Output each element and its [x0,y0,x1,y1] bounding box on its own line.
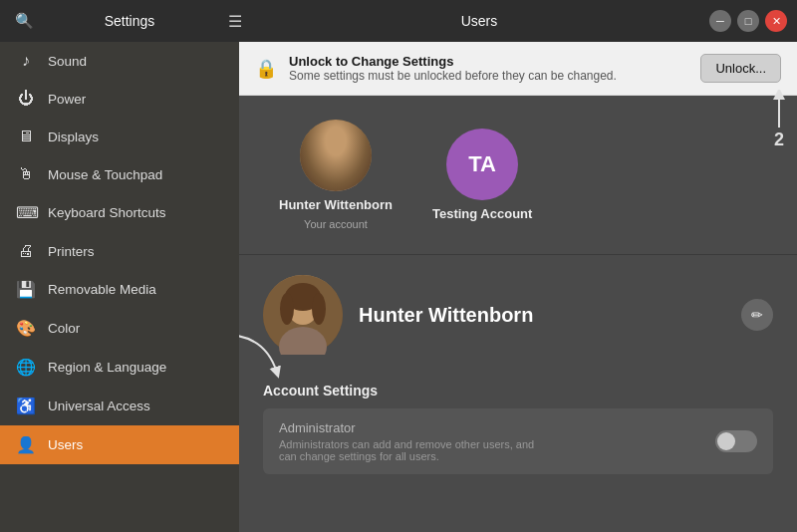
settings-title: Settings [46,13,213,29]
printers-icon: 🖨 [16,242,36,260]
sidebar-item-printers[interactable]: 🖨 Printers [0,232,239,270]
power-icon: ⏻ [16,90,36,108]
edit-profile-button[interactable]: ✏ [741,299,773,331]
keyboard-icon: ⌨ [16,203,36,222]
svg-point-7 [344,135,356,163]
sidebar: ♪ Sound ⏻ Power 🖥 Displays 🖱 Mouse & Tou… [0,42,239,532]
sidebar-item-color[interactable]: 🎨 Color [0,309,239,348]
svg-point-5 [320,128,352,151]
sidebar-item-displays[interactable]: 🖥 Displays [0,118,239,155]
user-sub-hunter: Your account [304,218,368,230]
setting-row-administrator: Administrator Administrators can add and… [263,408,773,474]
annotation-arrow-2: 2 [767,90,791,150]
sidebar-item-keyboard[interactable]: ⌨ Keyboard Shortcuts [0,193,239,232]
user-name-hunter: Hunter Wittenborn [279,197,393,212]
avatar-hunter [300,120,372,191]
lock-icon: 🔒 [255,58,277,80]
setting-desc-admin: Administrators can add and remove other … [279,438,703,462]
account-settings: Account Settings Administrator Administr… [239,383,797,490]
sidebar-item-region[interactable]: 🌐 Region & Language [0,348,239,387]
svg-point-12 [280,293,294,325]
unlock-text: Unlock to Change Settings Some settings … [289,54,688,83]
sidebar-label-access: Universal Access [48,399,150,413]
profile-avatar-wrapper: 1 [263,275,343,355]
sidebar-label-power: Power [48,92,86,107]
avatar-initials-testing: TA [468,151,496,177]
unlock-subtitle: Some settings must be unlocked before th… [289,69,688,83]
administrator-toggle[interactable] [715,430,757,452]
unlock-button[interactable]: Unlock... [700,54,781,83]
sidebar-label-users: Users [48,437,83,452]
sidebar-label-region: Region & Language [48,360,166,375]
sidebar-item-users[interactable]: 👤 Users [0,425,239,464]
svg-point-13 [312,293,326,325]
removable-icon: 💾 [16,280,36,299]
profile-name: Hunter Wittenborn [359,304,725,327]
sidebar-label-displays: Displays [48,130,99,144]
hamburger-icon: ☰ [228,12,242,31]
search-button[interactable]: 🔍 [10,7,38,35]
unlock-title: Unlock to Change Settings [289,54,688,69]
svg-point-3 [322,132,350,163]
window-controls: ─ □ ✕ [709,10,787,32]
svg-point-1 [300,120,372,191]
user-card-hunter[interactable]: Hunter Wittenborn Your account [279,120,393,230]
arrow-up-svg [767,90,791,130]
sidebar-label-mouse: Mouse & Touchpad [48,167,162,182]
title-bar-left: 🔍 Settings ☰ [10,7,249,35]
user-photo-hunter [300,120,372,191]
sidebar-label-sound: Sound [48,54,87,69]
sidebar-label-printers: Printers [48,244,95,259]
sidebar-label-color: Color [48,321,80,336]
arrow-down-right-svg [239,331,287,381]
content-area: 🔒 Unlock to Change Settings Some setting… [239,42,797,532]
displays-icon: 🖥 [16,128,36,145]
unlock-banner: 🔒 Unlock to Change Settings Some setting… [239,42,797,96]
annotation-arrow-1: 1 [239,339,287,385]
svg-point-4 [314,166,358,191]
user-name-testing: Testing Account [432,206,532,221]
setting-label-admin: Administrator [279,420,703,435]
region-icon: 🌐 [16,358,36,377]
sound-icon: ♪ [16,52,36,70]
account-settings-title: Account Settings [263,383,773,399]
sidebar-item-power[interactable]: ⏻ Power [0,80,239,118]
mouse-icon: 🖱 [16,165,36,183]
window-title: Users [249,13,709,29]
close-button[interactable]: ✕ [765,10,787,32]
sidebar-item-removable[interactable]: 💾 Removable Media [0,270,239,309]
sidebar-item-sound[interactable]: ♪ Sound [0,42,239,80]
edit-icon: ✏ [751,307,763,323]
users-icon: 👤 [16,435,36,454]
setting-text-administrator: Administrator Administrators can add and… [279,420,703,462]
profile-section: 1 Hunter Wittenborn ✏ [239,255,797,383]
sidebar-item-mouse[interactable]: 🖱 Mouse & Touchpad [0,155,239,193]
search-icon: 🔍 [15,12,34,30]
svg-point-2 [300,120,372,191]
sidebar-item-access[interactable]: ♿ Universal Access [0,387,239,425]
user-card-testing[interactable]: TA Testing Account [432,129,532,221]
minimize-button[interactable]: ─ [709,10,731,32]
main-layout: ♪ Sound ⏻ Power 🖥 Displays 🖱 Mouse & Tou… [0,42,797,532]
maximize-button[interactable]: □ [737,10,759,32]
avatar-testing: TA [446,129,518,200]
annotation-2-label: 2 [774,130,784,150]
svg-point-6 [316,135,328,163]
sidebar-label-keyboard: Keyboard Shortcuts [48,205,166,220]
title-bar: 🔍 Settings ☰ Users ─ □ ✕ [0,0,797,42]
access-icon: ♿ [16,397,36,415]
profile-header: 1 Hunter Wittenborn ✏ [263,275,773,355]
sidebar-label-removable: Removable Media [48,282,156,297]
users-grid: Hunter Wittenborn Your account TA Testin… [239,96,797,255]
color-icon: 🎨 [16,319,36,338]
hamburger-button[interactable]: ☰ [221,7,249,35]
